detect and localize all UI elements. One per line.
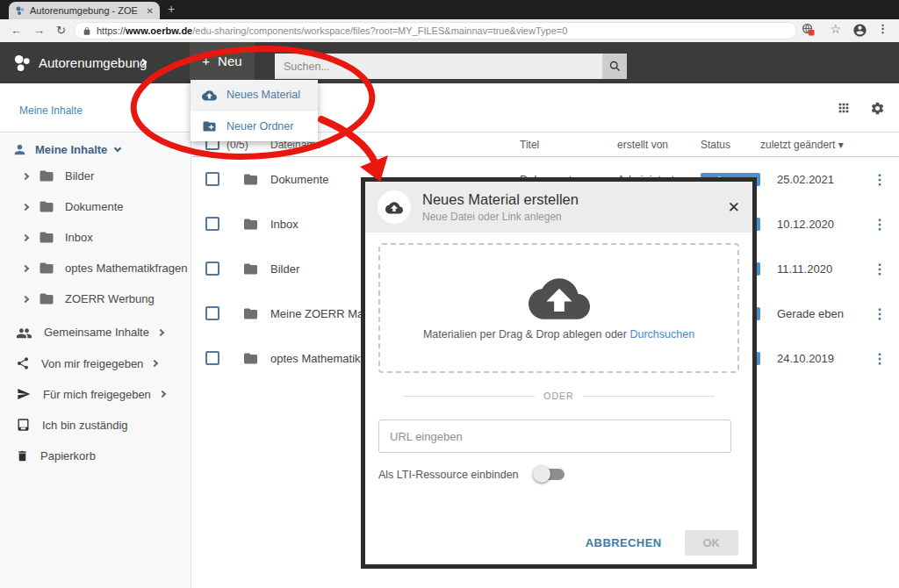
send-icon xyxy=(16,387,32,401)
chevron-right-icon xyxy=(22,233,29,240)
browser-toolbar: ← → ↻ https://www.oerbw.de/edu-sharing/c… xyxy=(0,19,899,42)
extension-icon[interactable] xyxy=(802,23,815,36)
chevron-right-icon xyxy=(22,295,29,302)
bookmark-star-icon[interactable]: ☆ xyxy=(830,22,841,36)
row-menu-icon[interactable]: ⋮ xyxy=(873,216,887,233)
chevron-right-icon xyxy=(151,360,158,367)
lock-icon xyxy=(83,26,91,36)
row-menu-icon[interactable]: ⋮ xyxy=(873,350,887,367)
person-icon xyxy=(12,142,27,157)
chevron-right-icon xyxy=(22,203,29,210)
tab-title: Autorenumgebung - ZOE xyxy=(30,5,142,16)
settings-gear-icon[interactable] xyxy=(870,101,885,116)
column-zuletzt-geaendert[interactable]: zuletzt geändert ▾ xyxy=(760,139,844,151)
sidebar-folder-optes[interactable]: optes Mathematikfragen xyxy=(23,262,187,275)
sidebar-item-ich-bin-zustaendig[interactable]: Ich bin zuständig xyxy=(16,418,128,432)
sidebar-item-von-mir-freigegeben[interactable]: Von mir freigegeben xyxy=(16,356,157,370)
browser-menu-icon[interactable]: ⋮ xyxy=(877,22,888,35)
sidebar-link-label: Gemeinsame Inhalte xyxy=(44,326,149,339)
grid-view-icon[interactable] xyxy=(837,101,851,116)
profile-icon[interactable] xyxy=(852,23,867,38)
folder-icon xyxy=(242,173,259,186)
people-icon xyxy=(16,326,32,339)
row-checkbox[interactable] xyxy=(205,306,219,320)
search-input[interactable] xyxy=(275,54,602,79)
chevron-right-icon xyxy=(159,391,166,398)
menu-item-neuer-ordner[interactable]: Neuer Ordner xyxy=(191,111,318,141)
new-button[interactable]: + Neu xyxy=(190,42,255,80)
dropzone-text: Materialien per Drag & Drop ablegen oder… xyxy=(423,328,694,341)
chevron-right-icon xyxy=(22,172,29,179)
dialog-header: Neues Material erstellen Neue Datei oder… xyxy=(365,182,752,233)
column-titel[interactable]: Titel xyxy=(520,139,539,151)
search-box xyxy=(275,54,602,79)
row-checkbox[interactable] xyxy=(205,351,219,365)
content-header: Meine Inhalte xyxy=(0,83,899,133)
folder-plus-icon xyxy=(202,120,217,133)
row-checkbox[interactable] xyxy=(205,217,219,231)
dialog-icon-circle xyxy=(378,190,411,224)
ok-button[interactable]: OK xyxy=(685,530,739,556)
column-status[interactable]: Status xyxy=(701,139,730,151)
address-bar[interactable]: https://www.oerbw.de/edu-sharing/compone… xyxy=(74,22,797,39)
sidebar-folder-zoerr-werbung[interactable]: ZOERR Werbung xyxy=(23,292,155,305)
sidebar-item-meine-inhalte[interactable]: Meine Inhalte xyxy=(12,142,120,157)
file-modified: 24.10.2019 xyxy=(777,352,834,365)
new-material-dialog: Neues Material erstellen Neue Datei oder… xyxy=(361,177,757,569)
row-menu-icon[interactable]: ⋮ xyxy=(873,171,887,188)
browser-tabstrip: Autorenumgebung - ZOE ✕ + xyxy=(0,0,899,19)
folder-icon xyxy=(242,307,259,320)
row-menu-icon[interactable]: ⋮ xyxy=(873,261,887,277)
sidebar-link-label: Papierkorb xyxy=(40,449,96,463)
screen: Autorenumgebung - ZOE ✕ + ← → ↻ https://… xyxy=(0,0,899,588)
breadcrumb[interactable]: Meine Inhalte xyxy=(19,104,83,117)
device-icon xyxy=(16,418,31,432)
cloud-upload-icon xyxy=(529,276,590,319)
sidebar-folder-bilder[interactable]: Bilder xyxy=(23,169,94,183)
tab-close-icon[interactable]: ✕ xyxy=(147,6,154,16)
app-title: Autorenumgebung xyxy=(39,55,147,70)
cloud-upload-icon xyxy=(385,201,403,214)
forward-icon[interactable]: → xyxy=(33,24,45,37)
file-modified: 10.12.2020 xyxy=(777,218,834,231)
row-menu-icon[interactable]: ⋮ xyxy=(873,305,887,322)
dialog-body: Materialien per Drag & Drop ablegen oder… xyxy=(365,233,752,564)
sidebar-item-fuer-mich-freigegeben[interactable]: Für mich freigegeben xyxy=(16,387,165,401)
menu-item-neues-material[interactable]: Neues Material xyxy=(191,80,318,111)
row-checkbox[interactable] xyxy=(205,262,219,276)
url-input[interactable] xyxy=(378,419,731,453)
favicon-icon xyxy=(15,5,25,16)
sidebar-item-gemeinsame-inhalte[interactable]: Gemeinsame Inhalte xyxy=(16,326,163,339)
folder-icon xyxy=(242,218,259,231)
close-icon[interactable]: ✕ xyxy=(728,198,740,217)
chevron-right-icon xyxy=(157,328,164,335)
browse-link[interactable]: Durchsuchen xyxy=(629,328,694,341)
search-button[interactable] xyxy=(602,54,627,79)
edu-sharing-logo[interactable] xyxy=(12,53,32,73)
url-text: https://www.oerbw.de/edu-sharing/compone… xyxy=(97,25,567,36)
sidebar-item-papierkorb[interactable]: Papierkorb xyxy=(16,448,96,463)
sidebar-folder-dokumente[interactable]: Dokumente xyxy=(23,200,123,213)
cloud-upload-icon xyxy=(202,90,217,101)
dialog-title: Neues Material erstellen xyxy=(422,191,579,208)
column-erstellt-von[interactable]: erstellt von xyxy=(617,139,668,151)
new-dropdown-menu: Neues Material Neuer Ordner xyxy=(191,80,318,141)
new-tab-button[interactable]: + xyxy=(168,2,175,16)
sidebar-folder-inbox[interactable]: Inbox xyxy=(23,231,93,244)
cancel-button[interactable]: ABBRECHEN xyxy=(586,536,662,549)
folder-icon xyxy=(39,200,54,213)
sidebar-link-label: Von mir freigegeben xyxy=(41,357,143,370)
folder-icon xyxy=(39,169,54,183)
share-icon xyxy=(16,356,30,370)
trash-icon xyxy=(16,448,29,463)
lti-toggle[interactable] xyxy=(533,468,565,481)
new-button-label: Neu xyxy=(218,54,242,68)
reload-icon[interactable]: ↻ xyxy=(56,24,66,37)
row-checkbox[interactable] xyxy=(205,172,219,186)
sidebar-root-label: Meine Inhalte xyxy=(35,143,107,156)
dropzone[interactable]: Materialien per Drag & Drop ablegen oder… xyxy=(378,243,739,373)
back-icon[interactable]: ← xyxy=(11,24,22,37)
sidebar-folder-label: Inbox xyxy=(65,231,93,244)
sidebar: Meine Inhalte Bilder Dokumente Inbox opt… xyxy=(0,133,191,588)
browser-tab[interactable]: Autorenumgebung - ZOE ✕ xyxy=(9,2,160,19)
